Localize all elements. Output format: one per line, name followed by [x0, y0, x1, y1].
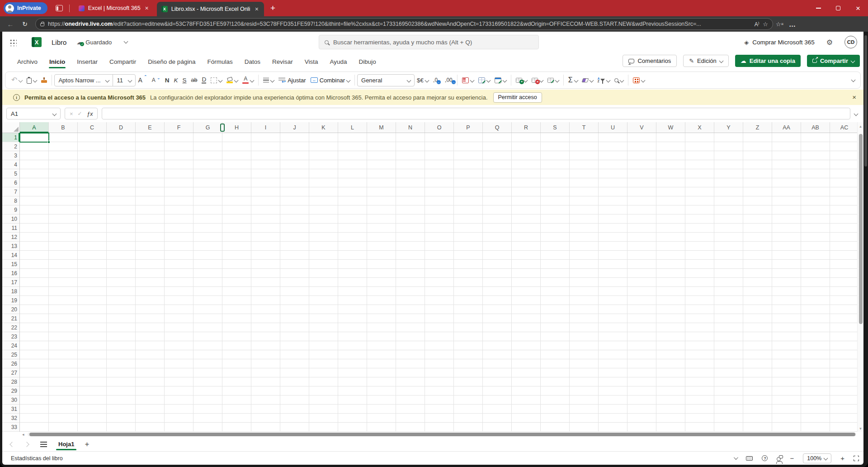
row-header-17[interactable]: 17 [2, 278, 19, 287]
row-header-27[interactable]: 27 [2, 368, 19, 377]
buy-microsoft365-button[interactable]: ◈ Comprar Microsoft 365 [744, 39, 814, 46]
row-header-16[interactable]: 16 [2, 269, 19, 278]
sort-filter-button[interactable]: AZ [595, 74, 613, 86]
scroll-left-icon[interactable]: ◂ [22, 432, 24, 437]
formula-input[interactable] [102, 108, 850, 119]
row-header-1[interactable]: 1 [2, 133, 19, 142]
autosum-button[interactable]: Σ [566, 74, 580, 86]
row-header-15[interactable]: 15 [2, 260, 19, 269]
decrease-decimals-button[interactable]: ,0← [431, 74, 440, 86]
select-all-corner[interactable] [2, 122, 20, 133]
settings-gear-icon[interactable]: ⚙ [826, 38, 833, 47]
collapse-ribbon-button[interactable] [851, 78, 856, 82]
chevron-down-icon[interactable] [734, 455, 738, 460]
format-as-table-button[interactable] [476, 74, 492, 86]
column-header-AA[interactable]: AA [772, 122, 801, 133]
column-header-O[interactable]: O [425, 122, 454, 133]
underline-button[interactable]: S [180, 74, 189, 86]
column-header-L[interactable]: L [338, 122, 367, 133]
back-icon[interactable]: ← [5, 20, 16, 28]
column-header-Z[interactable]: Z [743, 122, 772, 133]
bold-button[interactable]: N [163, 74, 172, 86]
ribbon-tab-ayuda[interactable]: Ayuda [324, 58, 353, 70]
insert-function-icon[interactable]: ƒx [87, 110, 93, 117]
row-header-5[interactable]: 5 [2, 169, 19, 178]
row-header-18[interactable]: 18 [2, 287, 19, 296]
column-header-U[interactable]: U [599, 122, 627, 133]
next-sheet-icon[interactable] [24, 442, 29, 447]
column-header-V[interactable]: V [627, 122, 656, 133]
all-sheets-menu-icon[interactable] [40, 442, 47, 443]
address-bar[interactable]: https://onedrive.live.com/edit?action=ed… [35, 18, 773, 30]
ribbon-tab-inicio[interactable]: Inicio [43, 58, 71, 70]
ribbon-tab-dibujo[interactable]: Dibujo [353, 58, 382, 70]
decrease-font-button[interactable]: Aˇ [150, 74, 163, 86]
zoom-in-button[interactable]: + [840, 454, 844, 462]
name-box[interactable]: A1 [6, 108, 61, 119]
selected-cell-A1[interactable] [19, 133, 49, 143]
previous-sheet-icon[interactable] [9, 442, 14, 447]
close-notification-icon[interactable]: × [852, 93, 856, 101]
browser-scrollbar[interactable] [864, 35, 867, 167]
font-size-select[interactable]: 11 [113, 75, 135, 86]
increase-font-button[interactable]: Aˆ [136, 74, 149, 86]
browser-menu-icon[interactable]: … [789, 20, 796, 28]
find-button[interactable] [612, 74, 626, 86]
tab-actions-icon[interactable] [56, 5, 63, 11]
row-header-19[interactable]: 19 [2, 296, 19, 305]
row-header-6[interactable]: 6 [2, 178, 19, 187]
column-header-N[interactable]: N [396, 122, 425, 133]
keyboard-icon[interactable] [746, 456, 753, 461]
read-aloud-icon[interactable]: A) [755, 21, 760, 28]
horizontal-scroll-thumb[interactable] [29, 433, 855, 436]
font-name-select[interactable]: Aptos Narrow ... [55, 75, 113, 86]
save-status[interactable]: ☁ Guardado [76, 39, 112, 46]
ribbon-tab-archivo[interactable]: Archivo [11, 58, 43, 70]
comments-button[interactable]: Comentarios [623, 55, 677, 67]
alignment-button[interactable] [261, 74, 276, 86]
horizontal-scrollbar[interactable]: ◂ [2, 432, 863, 437]
help-icon[interactable]: ? [762, 455, 768, 461]
ribbon-tab-diseño-de-página[interactable]: Diseño de página [142, 58, 201, 70]
format-cells-button[interactable] [545, 74, 561, 86]
excel-logo-icon[interactable]: X [32, 37, 42, 47]
cancel-icon[interactable]: × [70, 110, 73, 117]
row-header-33[interactable]: 33 [2, 423, 19, 432]
row-header-4[interactable]: 4 [2, 160, 19, 169]
account-avatar[interactable]: CD [844, 36, 857, 48]
zoom-out-button[interactable]: − [790, 454, 794, 462]
undo-button[interactable]: ↶ [9, 74, 24, 86]
search-box[interactable] [319, 35, 539, 49]
row-header-11[interactable]: 11 [2, 224, 19, 233]
double-underline-button[interactable]: D [199, 74, 208, 86]
app-launcher-icon[interactable] [9, 38, 17, 46]
row-header-2[interactable]: 2 [2, 142, 19, 151]
row-header-31[interactable]: 31 [2, 405, 19, 414]
fill-color-button[interactable] [224, 74, 240, 86]
column-header-AC[interactable]: AC [830, 122, 859, 133]
row-header-3[interactable]: 3 [2, 151, 19, 160]
row-header-21[interactable]: 21 [2, 314, 19, 323]
row-header-28[interactable]: 28 [2, 377, 19, 386]
analyze-data-button[interactable] [631, 74, 647, 86]
scroll-up-icon[interactable]: ▴ [858, 122, 863, 129]
column-header-S[interactable]: S [541, 122, 570, 133]
column-header-AB[interactable]: AB [801, 122, 830, 133]
share-button[interactable]: Compartir [807, 55, 860, 67]
row-header-13[interactable]: 13 [2, 242, 19, 251]
clear-button[interactable] [580, 74, 595, 86]
tab-close-icon[interactable]: × [254, 6, 259, 12]
fill-handle[interactable] [47, 141, 50, 143]
column-header-K[interactable]: K [309, 122, 338, 133]
row-header-7[interactable]: 7 [2, 187, 19, 196]
close-window-button[interactable]: × [848, 0, 868, 16]
ribbon-tab-revisar[interactable]: Revisar [266, 58, 299, 70]
column-header-X[interactable]: X [685, 122, 714, 133]
column-header-C[interactable]: C [78, 122, 107, 133]
editing-mode-button[interactable]: ✎ Edición [683, 55, 729, 67]
minimize-button[interactable] [808, 0, 828, 16]
row-header-30[interactable]: 30 [2, 396, 19, 405]
column-header-J[interactable]: J [280, 122, 309, 133]
currency-format-button[interactable]: $€ [415, 74, 431, 86]
favorite-star-icon[interactable]: ☆ [763, 21, 768, 28]
